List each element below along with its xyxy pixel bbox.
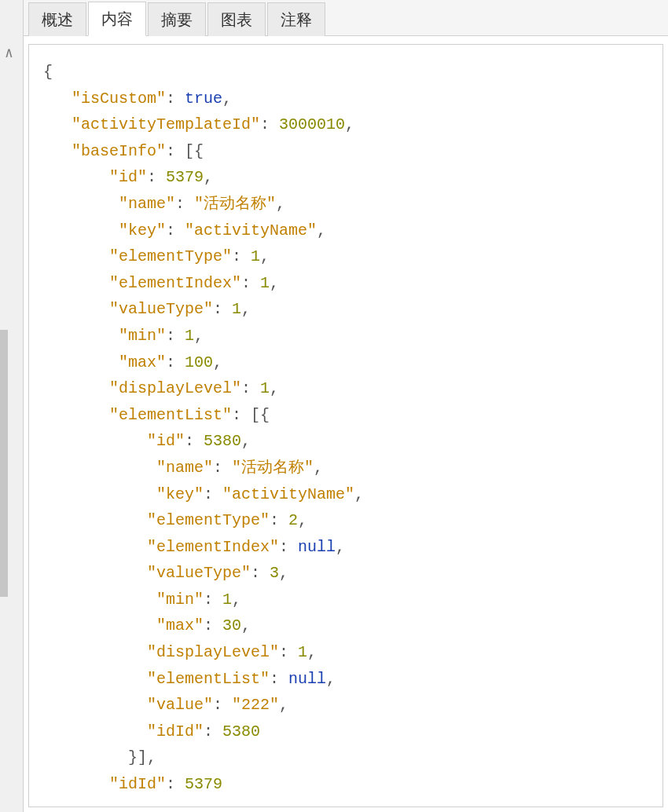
content-wrap: { "isCustom": true, "activityTemplateId"…	[24, 36, 668, 812]
tab-chart[interactable]: 图表	[207, 2, 266, 36]
tab-annotation[interactable]: 注释	[267, 2, 325, 36]
json-viewer: { "isCustom": true, "activityTemplateId"…	[28, 44, 663, 807]
left-scroll-gutter: ∧	[0, 0, 24, 812]
scroll-up-arrow[interactable]: ∧	[5, 44, 13, 61]
main-panel: 概述 内容 摘要 图表 注释 { "isCustom": true, "acti…	[24, 0, 668, 812]
scroll-thumb[interactable]	[0, 330, 8, 597]
tab-overview[interactable]: 概述	[28, 2, 86, 36]
tab-bar: 概述 内容 摘要 图表 注释	[24, 0, 668, 36]
tab-summary[interactable]: 摘要	[148, 2, 206, 36]
tab-content[interactable]: 内容	[88, 2, 146, 36]
